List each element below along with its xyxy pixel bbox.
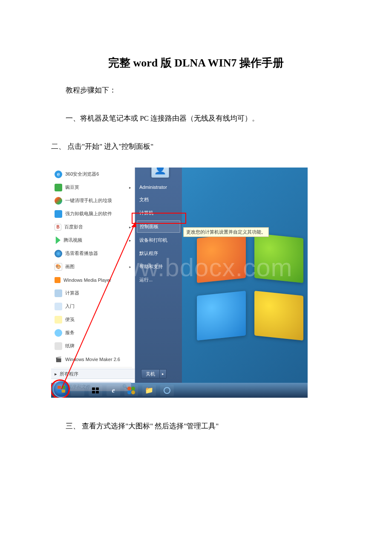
movie-maker-icon <box>55 356 62 363</box>
menu-item-wmp[interactable]: Windows Media Player <box>51 273 135 286</box>
calculator-icon <box>55 289 62 297</box>
shutdown-options-arrow[interactable]: ▸ <box>160 369 167 379</box>
windows-flag-icon <box>58 386 65 393</box>
solitaire-icon <box>55 342 62 350</box>
paint-icon <box>55 263 62 271</box>
menu-item-movie-maker[interactable]: Windows Movie Maker 2.6 <box>51 353 135 366</box>
user-avatar-icon[interactable]: 👤 <box>151 168 169 178</box>
menu-item-baidu-video[interactable]: B百度影音▸ <box>51 220 135 234</box>
cleaner-icon <box>55 197 62 205</box>
step-2: 二、 点击"开始" 进入"控制面板" <box>51 139 341 154</box>
start-menu-right-panel: 👤 Administrator 文档 计算机 控制面板 设备和打印机 默认程序 … <box>135 168 182 383</box>
menu-item-paint[interactable]: 画图▸ <box>51 260 135 273</box>
menu-item-wandoujia[interactable]: 豌豆荚▸ <box>51 181 135 194</box>
taskbar-360-icon[interactable] <box>124 385 138 396</box>
submenu-arrow-icon: ▸ <box>129 265 131 269</box>
menu-item-services[interactable]: 服务 <box>51 326 135 339</box>
sticky-notes-icon <box>55 316 62 324</box>
right-item-help[interactable]: 帮助和支持 <box>135 260 182 273</box>
intro-paragraph: 教程步骤如下： <box>51 83 341 98</box>
menu-item-360-browser[interactable]: e360安全浏览器6 <box>51 168 135 181</box>
taskbar-media-player-icon[interactable] <box>160 385 174 396</box>
right-item-default-programs[interactable]: 默认程序 <box>135 247 182 260</box>
right-item-control-panel[interactable]: 控制面板 <box>137 220 180 233</box>
document-body: 完整 word 版 DLNA WIN7 操作手册 教程步骤如下： 一、将机器及笔… <box>0 0 392 434</box>
menu-item-xunlei[interactable]: 迅雷看看播放器 <box>51 247 135 260</box>
360-icon: e <box>55 171 62 178</box>
win7-start-menu-screenshot: www.bdocx.com e360安全浏览器6 豌豆荚▸ 一键清理手机上的垃圾… <box>51 168 308 398</box>
arrow-icon: ▸ <box>55 371 57 377</box>
taskbar-task-view-icon[interactable] <box>89 385 102 396</box>
start-button[interactable] <box>53 381 70 398</box>
shutdown-button[interactable]: 关机 <box>141 369 160 379</box>
separator <box>54 367 132 367</box>
menu-item-solitaire[interactable]: 纸牌 <box>51 339 135 353</box>
submenu-arrow-icon: ▸ <box>129 238 131 243</box>
menu-item-clean-phone[interactable]: 一键清理手机上的垃圾 <box>51 194 135 207</box>
menu-item-uninstall[interactable]: 强力卸载电脑上的软件 <box>51 207 135 220</box>
user-avatar-wrap: 👤 <box>151 168 169 178</box>
step-3: 三、 查看方式选择"大图标" 然后选择"管理工具" <box>51 419 341 434</box>
svg-rect-5 <box>96 391 99 393</box>
menu-item-sticky-notes[interactable]: 便笺 <box>51 313 135 326</box>
taskbar: e <box>51 383 308 398</box>
right-item-computer[interactable]: 计算机 <box>135 206 182 220</box>
taskbar-show-desktop-icon[interactable] <box>71 385 84 396</box>
start-menu-left-panel: e360安全浏览器6 豌豆荚▸ 一键清理手机上的垃圾 强力卸载电脑上的软件 B百… <box>51 168 135 383</box>
user-name-label[interactable]: Administrator <box>135 181 182 193</box>
taskbar-explorer-icon[interactable] <box>142 385 156 396</box>
all-programs-button[interactable]: ▸所有程序 <box>51 369 135 379</box>
services-icon <box>55 329 62 337</box>
windows-logo-wallpaper <box>197 236 303 338</box>
submenu-arrow-icon: ▸ <box>129 185 131 190</box>
svg-rect-2 <box>92 387 95 390</box>
menu-item-calculator[interactable]: 计算器 <box>51 286 135 300</box>
wandoujia-icon <box>55 184 62 191</box>
getting-started-icon <box>55 303 62 310</box>
wmp-icon <box>55 277 61 283</box>
svg-rect-4 <box>92 391 95 393</box>
svg-rect-3 <box>96 387 99 390</box>
control-panel-tooltip: 更改您的计算机设置并自定义其功能。 <box>183 227 269 237</box>
menu-item-getting-started[interactable]: 入门 <box>51 300 135 313</box>
menu-item-tencent-video[interactable]: 腾讯视频▸ <box>51 234 135 247</box>
right-item-documents[interactable]: 文档 <box>135 193 182 206</box>
shutdown-button-group: 关机 ▸ <box>141 369 167 379</box>
xunlei-icon <box>55 250 62 257</box>
submenu-arrow-icon: ▸ <box>129 225 131 229</box>
right-item-devices-printers[interactable]: 设备和打印机 <box>135 234 182 247</box>
uninstall-icon <box>55 210 62 218</box>
tencent-video-icon <box>55 237 61 244</box>
taskbar-ie-icon[interactable]: e <box>107 385 120 396</box>
document-title: 完整 word 版 DLNA WIN7 操作手册 <box>51 55 341 70</box>
baidu-icon: B <box>55 224 61 231</box>
step-1: 一、将机器及笔记本或 PC 连接路由器（无线及有线均可）。 <box>51 111 341 126</box>
right-item-run[interactable]: 运行... <box>135 273 182 286</box>
